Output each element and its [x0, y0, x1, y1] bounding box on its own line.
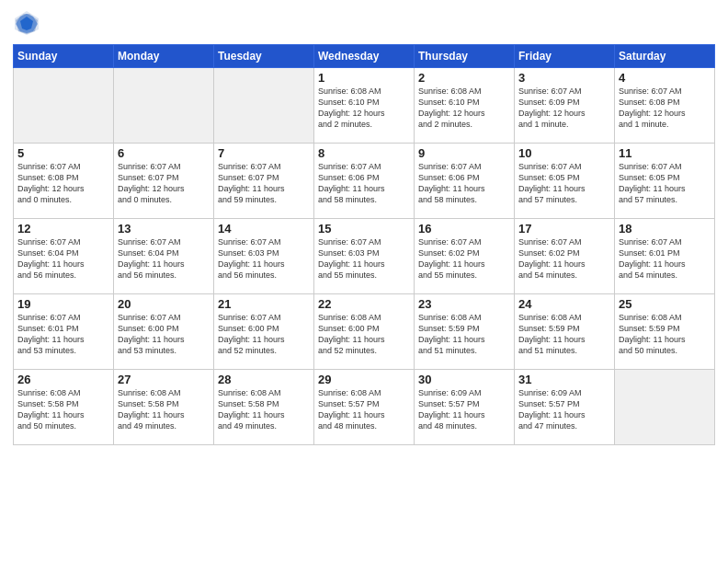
day-cell: 30Sunrise: 6:09 AM Sunset: 5:57 PM Dayli… [415, 370, 515, 445]
day-info: Sunrise: 6:07 AM Sunset: 6:01 PM Dayligh… [17, 312, 109, 357]
day-number: 16 [418, 222, 510, 236]
weekday-friday: Friday [515, 45, 615, 68]
day-cell: 24Sunrise: 6:08 AM Sunset: 5:59 PM Dayli… [515, 294, 615, 370]
week-row-0: 1Sunrise: 6:08 AM Sunset: 6:10 PM Daylig… [14, 68, 715, 144]
day-number: 3 [518, 71, 610, 85]
day-number: 1 [318, 71, 410, 85]
day-info: Sunrise: 6:08 AM Sunset: 5:58 PM Dayligh… [17, 387, 109, 432]
day-cell: 16Sunrise: 6:07 AM Sunset: 6:02 PM Dayli… [415, 219, 515, 294]
day-cell: 11Sunrise: 6:07 AM Sunset: 6:05 PM Dayli… [615, 144, 715, 219]
day-number: 10 [518, 146, 610, 160]
day-info: Sunrise: 6:07 AM Sunset: 6:06 PM Dayligh… [418, 161, 510, 206]
weekday-sunday: Sunday [14, 45, 114, 68]
day-number: 9 [418, 146, 510, 160]
day-number: 31 [518, 373, 610, 386]
day-info: Sunrise: 6:09 AM Sunset: 5:57 PM Dayligh… [518, 387, 610, 432]
day-cell: 14Sunrise: 6:07 AM Sunset: 6:03 PM Dayli… [214, 219, 314, 294]
day-cell: 25Sunrise: 6:08 AM Sunset: 5:59 PM Dayli… [615, 294, 715, 370]
day-cell: 29Sunrise: 6:08 AM Sunset: 5:57 PM Dayli… [314, 370, 415, 445]
day-number: 28 [218, 373, 310, 386]
day-number: 22 [318, 297, 410, 311]
day-number: 30 [418, 373, 510, 386]
day-number: 5 [17, 146, 109, 160]
weekday-wednesday: Wednesday [314, 45, 415, 68]
weekday-tuesday: Tuesday [214, 45, 314, 68]
day-number: 13 [118, 222, 210, 236]
day-number: 8 [318, 146, 410, 160]
day-info: Sunrise: 6:07 AM Sunset: 6:03 PM Dayligh… [218, 236, 310, 282]
day-cell [615, 370, 715, 445]
day-info: Sunrise: 6:07 AM Sunset: 6:07 PM Dayligh… [118, 161, 210, 206]
day-number: 7 [218, 146, 310, 160]
day-cell: 21Sunrise: 6:07 AM Sunset: 6:00 PM Dayli… [214, 294, 314, 370]
day-cell: 9Sunrise: 6:07 AM Sunset: 6:06 PM Daylig… [415, 144, 515, 219]
day-number: 27 [118, 373, 210, 386]
day-info: Sunrise: 6:08 AM Sunset: 5:57 PM Dayligh… [318, 387, 410, 432]
day-cell: 7Sunrise: 6:07 AM Sunset: 6:07 PM Daylig… [214, 144, 314, 219]
day-number: 11 [619, 146, 711, 160]
week-row-2: 12Sunrise: 6:07 AM Sunset: 6:04 PM Dayli… [14, 219, 715, 294]
weekday-header-row: SundayMondayTuesdayWednesdayThursdayFrid… [14, 45, 715, 68]
logo-icon [13, 9, 40, 37]
day-number: 4 [619, 71, 711, 85]
day-cell: 20Sunrise: 6:07 AM Sunset: 6:00 PM Dayli… [114, 294, 214, 370]
day-number: 18 [619, 222, 711, 236]
day-info: Sunrise: 6:08 AM Sunset: 6:10 PM Dayligh… [318, 86, 410, 131]
day-cell: 28Sunrise: 6:08 AM Sunset: 5:58 PM Dayli… [214, 370, 314, 445]
day-info: Sunrise: 6:08 AM Sunset: 5:58 PM Dayligh… [118, 387, 210, 432]
week-row-4: 26Sunrise: 6:08 AM Sunset: 5:58 PM Dayli… [14, 370, 715, 445]
day-number: 21 [218, 297, 310, 311]
day-number: 20 [118, 297, 210, 311]
day-cell: 10Sunrise: 6:07 AM Sunset: 6:05 PM Dayli… [515, 144, 615, 219]
day-cell: 13Sunrise: 6:07 AM Sunset: 6:04 PM Dayli… [114, 219, 214, 294]
day-info: Sunrise: 6:07 AM Sunset: 6:00 PM Dayligh… [118, 312, 210, 357]
day-info: Sunrise: 6:07 AM Sunset: 6:02 PM Dayligh… [418, 236, 510, 282]
day-number: 6 [118, 146, 210, 160]
day-number: 23 [418, 297, 510, 311]
day-info: Sunrise: 6:07 AM Sunset: 6:04 PM Dayligh… [118, 236, 210, 282]
day-info: Sunrise: 6:09 AM Sunset: 5:57 PM Dayligh… [418, 387, 510, 432]
day-cell: 4Sunrise: 6:07 AM Sunset: 6:08 PM Daylig… [615, 68, 715, 144]
week-row-1: 5Sunrise: 6:07 AM Sunset: 6:08 PM Daylig… [14, 144, 715, 219]
header [13, 9, 715, 37]
day-cell: 27Sunrise: 6:08 AM Sunset: 5:58 PM Dayli… [114, 370, 214, 445]
day-cell: 5Sunrise: 6:07 AM Sunset: 6:08 PM Daylig… [14, 144, 114, 219]
weekday-thursday: Thursday [415, 45, 515, 68]
day-number: 14 [218, 222, 310, 236]
day-cell: 23Sunrise: 6:08 AM Sunset: 5:59 PM Dayli… [415, 294, 515, 370]
day-number: 15 [318, 222, 410, 236]
day-number: 26 [17, 373, 109, 386]
day-cell: 6Sunrise: 6:07 AM Sunset: 6:07 PM Daylig… [114, 144, 214, 219]
day-cell: 26Sunrise: 6:08 AM Sunset: 5:58 PM Dayli… [14, 370, 114, 445]
logo [13, 9, 43, 37]
day-cell: 12Sunrise: 6:07 AM Sunset: 6:04 PM Dayli… [14, 219, 114, 294]
day-number: 19 [17, 297, 109, 311]
day-number: 29 [318, 373, 410, 386]
day-number: 2 [418, 71, 510, 85]
day-cell: 18Sunrise: 6:07 AM Sunset: 6:01 PM Dayli… [615, 219, 715, 294]
day-info: Sunrise: 6:08 AM Sunset: 6:10 PM Dayligh… [418, 86, 510, 131]
day-info: Sunrise: 6:07 AM Sunset: 6:01 PM Dayligh… [619, 236, 711, 282]
day-cell: 15Sunrise: 6:07 AM Sunset: 6:03 PM Dayli… [314, 219, 415, 294]
day-info: Sunrise: 6:07 AM Sunset: 6:08 PM Dayligh… [619, 86, 711, 131]
day-number: 24 [518, 297, 610, 311]
day-info: Sunrise: 6:07 AM Sunset: 6:05 PM Dayligh… [619, 161, 711, 206]
day-cell [14, 68, 114, 144]
day-cell: 31Sunrise: 6:09 AM Sunset: 5:57 PM Dayli… [515, 370, 615, 445]
day-info: Sunrise: 6:07 AM Sunset: 6:00 PM Dayligh… [218, 312, 310, 357]
day-info: Sunrise: 6:08 AM Sunset: 5:59 PM Dayligh… [518, 312, 610, 357]
day-info: Sunrise: 6:07 AM Sunset: 6:05 PM Dayligh… [518, 161, 610, 206]
calendar-table: SundayMondayTuesdayWednesdayThursdayFrid… [13, 44, 715, 445]
day-number: 17 [518, 222, 610, 236]
day-cell [114, 68, 214, 144]
day-cell: 17Sunrise: 6:07 AM Sunset: 6:02 PM Dayli… [515, 219, 615, 294]
day-info: Sunrise: 6:07 AM Sunset: 6:02 PM Dayligh… [518, 236, 610, 282]
weekday-saturday: Saturday [615, 45, 715, 68]
day-cell: 1Sunrise: 6:08 AM Sunset: 6:10 PM Daylig… [314, 68, 415, 144]
day-info: Sunrise: 6:07 AM Sunset: 6:07 PM Dayligh… [218, 161, 310, 206]
page: SundayMondayTuesdayWednesdayThursdayFrid… [0, 0, 728, 563]
day-cell: 8Sunrise: 6:07 AM Sunset: 6:06 PM Daylig… [314, 144, 415, 219]
day-info: Sunrise: 6:07 AM Sunset: 6:03 PM Dayligh… [318, 236, 410, 282]
day-info: Sunrise: 6:07 AM Sunset: 6:06 PM Dayligh… [318, 161, 410, 206]
weekday-monday: Monday [114, 45, 214, 68]
